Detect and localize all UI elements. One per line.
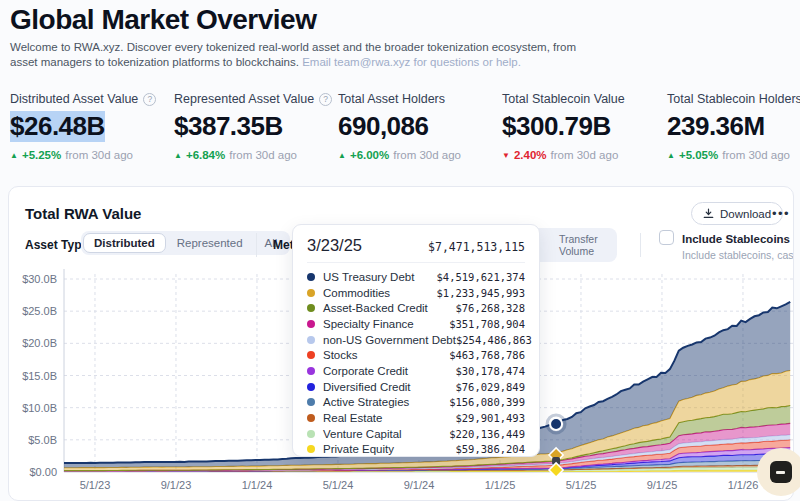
stat-label: Distributed Asset Value — [10, 92, 138, 106]
include-stablecoins-checkbox[interactable] — [659, 230, 674, 245]
svg-text:$0.00: $0.00 — [29, 466, 57, 478]
series-color-dot — [307, 336, 315, 344]
series-label: Corporate Credit — [323, 365, 455, 377]
series-value: $30,178,474 — [455, 365, 525, 377]
metric-option-transfer-volume[interactable]: Transfer Volume — [553, 230, 615, 260]
up-arrow-icon: ▲ — [667, 151, 675, 160]
series-value: $220,136,449 — [449, 428, 525, 440]
svg-text:1/1/24: 1/1/24 — [242, 479, 273, 491]
series-color-dot — [307, 304, 315, 312]
svg-text:$5.0B: $5.0B — [28, 434, 57, 446]
stat-label: Total Stablecoin Value — [502, 92, 625, 106]
series-value: $76,268,328 — [455, 302, 525, 314]
series-color-dot — [307, 414, 315, 422]
svg-text:9/1/23: 9/1/23 — [161, 479, 192, 491]
series-value: $156,080,399 — [449, 396, 525, 408]
tooltip-row: Asset-Backed Credit$76,268,328 — [307, 300, 525, 316]
series-value: $59,386,204 — [455, 443, 525, 455]
series-label: Private Equity — [323, 443, 455, 455]
stats-row: Distributed Asset Value? $26.48B ▲+5.25%… — [10, 92, 800, 161]
card-title: Total RWA Value — [25, 205, 141, 222]
stat-distributed-asset-value: Distributed Asset Value? $26.48B ▲+5.25%… — [10, 92, 174, 161]
stat-total-asset-holders: Total Asset Holders 690,086 ▲+6.00%from … — [338, 92, 502, 161]
page-title: Global Market Overview — [10, 4, 316, 36]
include-stablecoins-group: Include Stablecoins Include stablecoins,… — [659, 229, 794, 261]
stat-label: Represented Asset Value — [174, 92, 314, 106]
svg-text:$20.0B: $20.0B — [22, 337, 57, 349]
series-label: US Treasury Debt — [323, 271, 436, 283]
stat-change: +6.00% — [350, 149, 389, 161]
svg-text:9/1/24: 9/1/24 — [404, 479, 435, 491]
page-description: Welcome to RWA.xyz. Discover every token… — [10, 40, 588, 70]
stat-change: +5.05% — [679, 149, 718, 161]
asset-type-option-represented[interactable]: Represented — [166, 233, 254, 253]
tooltip-row: Real Estate$29,901,493 — [307, 410, 525, 426]
floating-widget-button[interactable] — [757, 448, 800, 496]
stat-total-stablecoin-holders: Total Stablecoin Holders 239.36M ▲+5.05%… — [667, 92, 800, 161]
page-root: Global Market Overview Welcome to RWA.xy… — [0, 0, 800, 501]
help-icon[interactable]: ? — [319, 93, 332, 106]
download-label: Download — [720, 208, 771, 220]
tooltip-date: 3/23/25 — [307, 236, 362, 255]
stat-change: 2.40% — [514, 149, 547, 161]
down-arrow-icon: ▼ — [502, 151, 510, 160]
svg-text:$15.0B: $15.0B — [22, 370, 57, 382]
series-color-dot — [307, 273, 315, 281]
tooltip-row: Stocks$463,768,786 — [307, 347, 525, 363]
series-color-dot — [307, 398, 315, 406]
series-color-dot — [307, 289, 315, 297]
chart-tooltip-rows: US Treasury Debt$4,519,621,374Commoditie… — [293, 263, 539, 457]
stat-value: $26.48B — [10, 111, 105, 142]
stat-label: Total Stablecoin Holders — [667, 92, 800, 106]
tooltip-row: Private Equity$59,386,204 — [307, 442, 525, 458]
stat-change-suffix: from 30d ago — [229, 149, 297, 161]
more-options-icon[interactable]: ••• — [767, 201, 794, 225]
email-link[interactable]: Email team@rwa.xyz for questions or help… — [302, 56, 521, 68]
series-label: Real Estate — [323, 412, 455, 424]
series-label: non-US Government Debt — [323, 334, 456, 346]
stat-represented-asset-value: Represented Asset Value? $387.35B ▲+6.84… — [174, 92, 338, 161]
series-label: Venture Capital — [323, 428, 449, 440]
stat-change-suffix: from 30d ago — [393, 149, 461, 161]
series-label: Active Strategies — [323, 396, 449, 408]
stat-change-suffix: from 30d ago — [551, 149, 619, 161]
svg-text:5/1/25: 5/1/25 — [566, 479, 597, 491]
series-label: Diversified Credit — [323, 381, 455, 393]
stat-value: $387.35B — [174, 111, 283, 142]
svg-text:9/1/25: 9/1/25 — [647, 479, 678, 491]
series-value: $463,768,786 — [449, 349, 525, 361]
svg-text:5/1/24: 5/1/24 — [323, 479, 354, 491]
up-arrow-icon: ▲ — [10, 151, 18, 160]
stat-label: Total Asset Holders — [338, 92, 445, 106]
series-color-dot — [307, 383, 315, 391]
svg-text:1/1/25: 1/1/25 — [485, 479, 516, 491]
series-value: $29,901,493 — [455, 412, 525, 424]
series-color-dot — [307, 445, 315, 453]
svg-text:$25.0B: $25.0B — [22, 305, 57, 317]
include-stablecoins-description: Include stablecoins, cash and cash-equiv… — [682, 249, 794, 261]
series-value: $4,519,621,374 — [436, 271, 525, 283]
asset-type-option-distributed[interactable]: Distributed — [83, 233, 166, 253]
stat-total-stablecoin-value: Total Stablecoin Value $300.79B ▼2.40%fr… — [502, 92, 667, 161]
divider — [640, 233, 641, 257]
download-icon — [703, 208, 714, 219]
tooltip-row: non-US Government Debt$254,486,863 — [307, 332, 525, 348]
tooltip-row: Specialty Finance$351,708,904 — [307, 316, 525, 332]
series-value: $351,708,904 — [449, 318, 525, 330]
series-color-dot — [307, 430, 315, 438]
tooltip-row: Diversified Credit$76,029,849 — [307, 379, 525, 395]
svg-text:$30.0B: $30.0B — [22, 273, 57, 285]
tooltip-row: Commodities$1,233,945,993 — [307, 285, 525, 301]
stat-change-suffix: from 30d ago — [722, 149, 790, 161]
stat-change: +5.25% — [22, 149, 61, 161]
up-arrow-icon: ▲ — [338, 151, 346, 160]
help-icon[interactable]: ? — [143, 93, 156, 106]
asset-type-label: Asset Type — [25, 238, 88, 252]
stat-change-suffix: from 30d ago — [65, 149, 133, 161]
series-color-dot — [307, 320, 315, 328]
svg-text:1/1/26: 1/1/26 — [728, 479, 759, 491]
tooltip-row: Venture Capital$220,136,449 — [307, 426, 525, 442]
chart-tooltip: 3/23/25 $7,471,513,115 US Treasury Debt$… — [292, 224, 540, 457]
include-stablecoins-label: Include Stablecoins — [682, 233, 790, 245]
series-label: Commodities — [323, 287, 436, 299]
